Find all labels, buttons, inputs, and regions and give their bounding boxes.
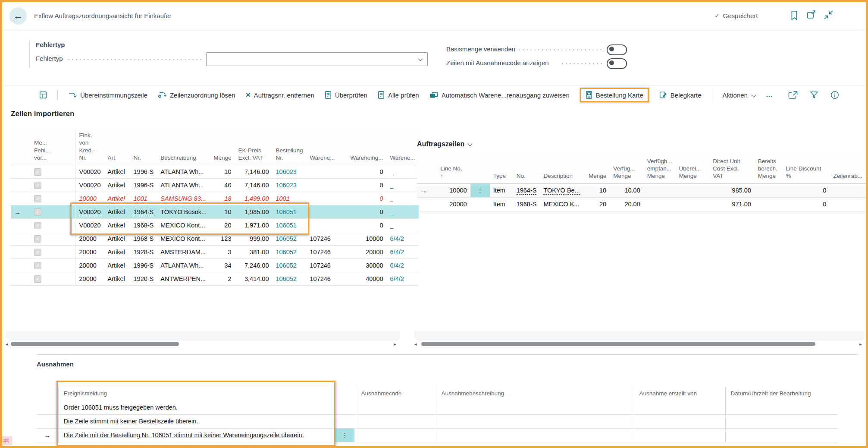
- checkbox-checked[interactable]: ✓: [34, 235, 41, 243]
- actions-menu-button[interactable]: Aktionen: [723, 91, 755, 99]
- col-header-ware[interactable]: Warene...: [387, 130, 419, 165]
- filter-icon[interactable]: [810, 91, 818, 99]
- receipt-link[interactable]: 6/4/2: [390, 275, 404, 282]
- col-header-menge[interactable]: Menge: [210, 130, 235, 165]
- order-link[interactable]: 106023: [276, 168, 296, 175]
- checkbox-checked[interactable]: ✓: [34, 195, 41, 202]
- checkbox-checked[interactable]: ✓: [34, 275, 41, 283]
- table-row[interactable]: Die Zeile stimmt mit keiner Bestellszeil…: [37, 414, 837, 428]
- table-row[interactable]: ✓ V00020Artikel 1996-SATLANTA Wh... 107,…: [11, 165, 419, 179]
- scroll-left-icon[interactable]: ◂: [6, 341, 8, 347]
- col-header-ausnahmecode[interactable]: Ausnahmecode: [356, 386, 436, 401]
- order-link[interactable]: 1001: [276, 195, 289, 202]
- checkbox-checked[interactable]: ✓: [34, 182, 41, 189]
- order-link[interactable]: 106023: [276, 182, 296, 189]
- receipt-link[interactable]: _: [390, 168, 394, 175]
- col-header-warene[interactable]: Warene...: [307, 130, 347, 165]
- scroll-right-icon[interactable]: ▸: [394, 341, 396, 347]
- row-menu-button[interactable]: ⋮: [335, 429, 354, 442]
- document-card-button[interactable]: Belegkarte: [659, 91, 702, 99]
- checkbox-checked[interactable]: ✓: [34, 208, 41, 216]
- col-header-ausnahmebeschreibung[interactable]: Ausnahmebeschreibung: [436, 386, 634, 401]
- checkbox-checked[interactable]: ✓: [34, 249, 41, 256]
- col-header-direct-unit-cost[interactable]: Direct Unit Cost Excl. VAT: [709, 154, 755, 183]
- col-header-menge[interactable]: Menge: [585, 154, 610, 183]
- receipt-link[interactable]: _: [390, 208, 394, 215]
- table-row[interactable]: ✓ 20000Artikel 1928-SAMSTERDAM... 3381.0…: [11, 246, 419, 259]
- match-line-button[interactable]: Übereinstimmungszeile: [68, 91, 147, 99]
- remove-order-no-button[interactable]: × Auftragsnr. entfernen: [246, 91, 314, 99]
- order-lines-scrollbar[interactable]: ◂ ▸: [414, 341, 865, 347]
- table-row[interactable]: 20000 Item 1968-S MEXICO K... 20 20.00 9…: [417, 197, 866, 211]
- show-exception-lines-toggle[interactable]: [607, 58, 627, 69]
- table-row-selected[interactable]: → ✓ V00020Artikel 1964-STOKYO Besök... 1…: [11, 205, 419, 219]
- table-row[interactable]: ✓ V00020Artikel 1996-SATLANTA Wh... 407,…: [11, 179, 419, 192]
- order-link[interactable]: 106052: [276, 262, 296, 269]
- col-header-no[interactable]: No.: [513, 154, 540, 183]
- col-header-nr[interactable]: Nr.: [130, 130, 157, 165]
- col-header-vendor-no[interactable]: Eink. von Kred.- Nr.: [75, 130, 104, 165]
- checkbox-checked[interactable]: ✓: [34, 222, 41, 229]
- table-row[interactable]: ✓ V00020Artikel 1968-SMEXICO Kont... 201…: [11, 219, 419, 232]
- checkbox-checked[interactable]: ✓: [34, 168, 41, 176]
- receipt-link[interactable]: 6/4/2: [390, 249, 404, 256]
- col-header-line-discount[interactable]: Line Discount %: [782, 154, 830, 183]
- order-link[interactable]: 106052: [276, 275, 296, 282]
- table-row-selected[interactable]: → 10000 ⋮ Item 1964-S TOKYO Be... 10 10.…: [417, 183, 866, 197]
- col-header-zeilenrab[interactable]: Zeilenrab...: [830, 154, 866, 183]
- collapse-icon[interactable]: [824, 10, 833, 19]
- error-type-dropdown[interactable]: [206, 52, 428, 66]
- order-link[interactable]: 106051: [276, 208, 296, 215]
- col-header-ek-preis[interactable]: EK-Preis Excl. VAT: [235, 130, 272, 165]
- order-link[interactable]: 106052: [276, 235, 296, 242]
- col-header-beschreibung[interactable]: Beschreibung: [157, 130, 210, 165]
- col-header-ausnahme-erstellt-von[interactable]: Ausnahme erstellt von: [634, 386, 725, 401]
- col-header-type[interactable]: Type: [490, 154, 513, 183]
- row-menu-button[interactable]: ⋮: [470, 183, 490, 197]
- auto-assign-receipt-button[interactable]: Automatisch Warene...renausgang zuweisen: [429, 91, 570, 99]
- col-header-menge-fehler[interactable]: Me... Fehl... vor...: [31, 130, 75, 165]
- purchase-order-card-button[interactable]: Bestellung Karte: [586, 91, 643, 99]
- order-link[interactable]: 106051: [276, 222, 296, 229]
- col-header-datum-uhrzeit[interactable]: Datum/Uhrzeit der Bearbeitung: [725, 386, 837, 401]
- receipt-link[interactable]: _: [390, 182, 394, 189]
- table-row[interactable]: ✓ 20000Artikel 1920-SANTWERPEN... 23,414…: [11, 272, 419, 286]
- col-header-ereignismeldung[interactable]: Ereignismeldung: [58, 386, 356, 401]
- col-header-uberei-menge[interactable]: Überei... Menge: [676, 154, 710, 183]
- back-button[interactable]: ←: [9, 7, 27, 25]
- receipt-link[interactable]: 6/4/2: [390, 235, 404, 242]
- order-lines-title[interactable]: Auftragszeilen: [417, 140, 472, 148]
- verify-all-button[interactable]: Alle prüfen: [378, 91, 419, 99]
- table-row-error[interactable]: ✓ 10000Artikel 1001SAMSUNG 83... 181,499…: [11, 192, 419, 205]
- checkbox-checked[interactable]: ✓: [34, 262, 41, 269]
- receipt-link[interactable]: _: [390, 222, 394, 229]
- scrollbar-thumb[interactable]: [11, 342, 179, 346]
- table-row-selected[interactable]: → Die Zeile mit der Bestellung Nr. 10605…: [37, 428, 837, 442]
- scroll-left-icon[interactable]: ◂: [414, 341, 417, 347]
- scrollbar-thumb[interactable]: [421, 342, 815, 346]
- bookmark-icon[interactable]: [790, 10, 798, 21]
- scroll-right-icon[interactable]: ▸: [859, 341, 862, 347]
- import-lines-scrollbar[interactable]: ◂ ▸: [6, 341, 399, 347]
- col-header-bestellung-nr[interactable]: Bestellung Nr.: [272, 130, 306, 165]
- col-header-description[interactable]: Description: [540, 154, 585, 183]
- col-header-line-no[interactable]: Line No. ↑: [437, 154, 470, 183]
- show-as-board-button[interactable]: [39, 91, 47, 99]
- receipt-link[interactable]: _: [390, 195, 394, 202]
- share-icon[interactable]: [788, 91, 798, 99]
- info-icon[interactable]: [830, 91, 839, 99]
- col-header-verfugb-empfan-menge[interactable]: Verfügb... empfan... Menge: [644, 154, 676, 183]
- order-link[interactable]: 106052: [276, 249, 296, 256]
- verify-button[interactable]: Überprüfen: [325, 91, 367, 99]
- unmatch-line-button[interactable]: Zeilenzuordnung lösen: [158, 91, 235, 99]
- col-header-wareneing[interactable]: Wareneing...: [347, 130, 387, 165]
- table-row[interactable]: ✓ 20000Artikel 1968-SMEXICO Kont... 1239…: [11, 232, 419, 246]
- open-in-new-window-icon[interactable]: [807, 10, 816, 19]
- table-row[interactable]: ✓ 20000Artikel 1996-SATLANTA Wh... 347,2…: [11, 259, 419, 272]
- col-header-verfug-menge[interactable]: Verfüg... Menge: [610, 154, 644, 183]
- more-options-button[interactable]: …: [766, 91, 774, 99]
- use-base-qty-toggle[interactable]: [607, 44, 627, 55]
- receipt-link[interactable]: 6/4/2: [390, 262, 404, 269]
- col-header-bereits-berech-menge[interactable]: Bereits berech. Menge: [755, 154, 783, 183]
- col-header-art[interactable]: Art: [104, 130, 130, 165]
